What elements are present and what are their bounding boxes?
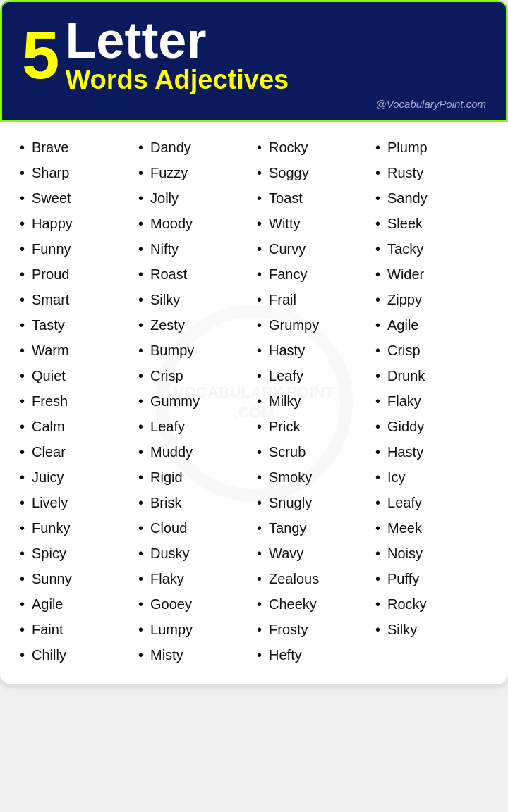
list-item: Brave [20, 135, 133, 160]
list-item: Witty [257, 211, 370, 236]
list-item: Soggy [257, 160, 370, 185]
list-item: Hasty [257, 338, 370, 363]
content-area: VOCABULARY POINT .COM BraveSharpSweetHap… [0, 122, 508, 684]
column-4: PlumpRustySandySleekTackyWiderZippyAgile… [373, 135, 491, 668]
list-item: Gooey [138, 591, 251, 617]
header: 5 Letter Words Adjectives @VocabularyPoi… [0, 0, 508, 122]
list-item: Spicy [20, 541, 133, 566]
list-item: Noisy [375, 541, 488, 566]
list-item: Frail [257, 287, 370, 312]
list-item: Tasty [20, 312, 133, 338]
list-item: Proud [20, 262, 133, 287]
list-item: Misty [138, 642, 251, 668]
list-item: Rocky [257, 135, 370, 160]
column-3: RockySoggyToastWittyCurvyFancyFrailGrump… [254, 135, 373, 668]
list-item: Nifty [138, 236, 251, 262]
list-item: Fancy [257, 262, 370, 287]
list-item: Toast [257, 185, 370, 211]
list-item: Chilly [20, 642, 133, 668]
header-text-block: Letter Words Adjectives [65, 15, 289, 95]
list-item: Leafy [257, 363, 370, 388]
list-item: Silky [138, 287, 251, 312]
list-item: Leafy [375, 490, 488, 515]
list-item: Dusky [138, 541, 251, 566]
list-item: Fresh [20, 388, 133, 414]
list-item: Flaky [138, 566, 251, 591]
list-item: Zesty [138, 312, 251, 338]
list-item: Moody [138, 211, 251, 236]
list-item: Crisp [375, 338, 488, 363]
list-item: Silky [375, 617, 488, 642]
list-item: Curvy [257, 236, 370, 262]
list-item: Prick [257, 414, 370, 439]
list-item: Hefty [257, 642, 370, 668]
list-item: Wider [375, 262, 488, 287]
list-item: Leafy [138, 414, 251, 439]
list-item: Zippy [375, 287, 488, 312]
list-item: Grumpy [257, 312, 370, 338]
list-item: Hasty [375, 439, 488, 465]
list-item: Juicy [20, 465, 133, 490]
list-item: Bumpy [138, 338, 251, 363]
list-item: Giddy [375, 414, 488, 439]
list-item: Warm [20, 338, 133, 363]
list-item: Agile [375, 312, 488, 338]
list-item: Smart [20, 287, 133, 312]
header-letter-label: Letter [65, 15, 289, 66]
list-item: Cheeky [257, 591, 370, 617]
list-item: Snugly [257, 490, 370, 515]
header-number: 5 [22, 21, 59, 89]
list-item: Dandy [138, 135, 251, 160]
list-item: Frosty [257, 617, 370, 642]
list-item: Wavy [257, 541, 370, 566]
list-item: Tangy [257, 515, 370, 541]
list-item: Happy [20, 211, 133, 236]
header-watermark: @VocabularyPoint.com [22, 98, 486, 110]
list-item: Tacky [375, 236, 488, 262]
list-item: Brisk [138, 490, 251, 515]
list-item: Quiet [20, 363, 133, 388]
list-item: Rusty [375, 160, 488, 185]
list-item: Jolly [138, 185, 251, 211]
list-item: Cloud [138, 515, 251, 541]
list-item: Plump [375, 135, 488, 160]
list-item: Zealous [257, 566, 370, 591]
list-item: Gummy [138, 388, 251, 414]
column-1: BraveSharpSweetHappyFunnyProudSmartTasty… [17, 135, 135, 668]
list-item: Sunny [20, 566, 133, 591]
main-card: 5 Letter Words Adjectives @VocabularyPoi… [0, 0, 508, 684]
column-2: DandyFuzzyJollyMoodyNiftyRoastSilkyZesty… [135, 135, 254, 668]
list-item: Sweet [20, 185, 133, 211]
list-item: Meek [375, 515, 488, 541]
list-item: Smoky [257, 465, 370, 490]
list-item: Sleek [375, 211, 488, 236]
list-item: Rigid [138, 465, 251, 490]
list-item: Scrub [257, 439, 370, 465]
list-item: Funny [20, 236, 133, 262]
header-title-row: 5 Letter Words Adjectives [22, 15, 486, 95]
list-item: Lumpy [138, 617, 251, 642]
list-item: Sharp [20, 160, 133, 185]
list-item: Rocky [375, 591, 488, 617]
list-item: Funky [20, 515, 133, 541]
list-item: Calm [20, 414, 133, 439]
list-item: Drunk [375, 363, 488, 388]
list-item: Puffy [375, 566, 488, 591]
list-item: Milky [257, 388, 370, 414]
list-item: Lively [20, 490, 133, 515]
list-item: Muddy [138, 439, 251, 465]
list-item: Faint [20, 617, 133, 642]
list-item: Sandy [375, 185, 488, 211]
list-item: Agile [20, 591, 133, 617]
list-item: Flaky [375, 388, 488, 414]
word-columns: BraveSharpSweetHappyFunnyProudSmartTasty… [17, 135, 491, 668]
list-item: Crisp [138, 363, 251, 388]
list-item: Clear [20, 439, 133, 465]
list-item: Icy [375, 465, 488, 490]
list-item: Fuzzy [138, 160, 251, 185]
list-item: Roast [138, 262, 251, 287]
header-subtitle: Words Adjectives [65, 66, 289, 95]
